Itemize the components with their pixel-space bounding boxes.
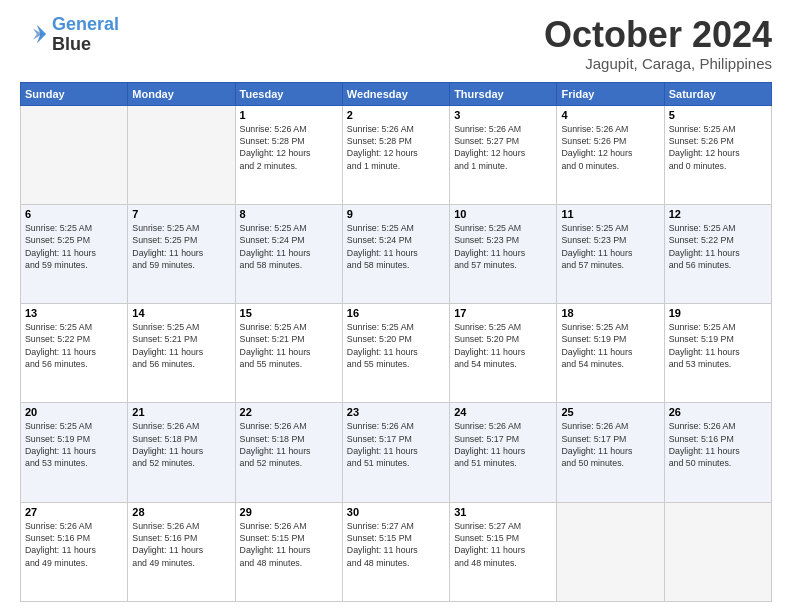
page: General Blue October 2024 Jagupit, Carag… bbox=[0, 0, 792, 612]
header-wednesday: Wednesday bbox=[342, 82, 449, 105]
table-row: 17Sunrise: 5:25 AM Sunset: 5:20 PM Dayli… bbox=[450, 304, 557, 403]
header-friday: Friday bbox=[557, 82, 664, 105]
day-number: 23 bbox=[347, 406, 445, 418]
day-info: Sunrise: 5:25 AM Sunset: 5:23 PM Dayligh… bbox=[454, 222, 552, 271]
day-info: Sunrise: 5:26 AM Sunset: 5:16 PM Dayligh… bbox=[132, 520, 230, 569]
day-info: Sunrise: 5:25 AM Sunset: 5:19 PM Dayligh… bbox=[669, 321, 767, 370]
day-number: 17 bbox=[454, 307, 552, 319]
table-row: 27Sunrise: 5:26 AM Sunset: 5:16 PM Dayli… bbox=[21, 502, 128, 601]
calendar-week-row: 27Sunrise: 5:26 AM Sunset: 5:16 PM Dayli… bbox=[21, 502, 772, 601]
day-number: 28 bbox=[132, 506, 230, 518]
day-info: Sunrise: 5:25 AM Sunset: 5:25 PM Dayligh… bbox=[132, 222, 230, 271]
table-row: 11Sunrise: 5:25 AM Sunset: 5:23 PM Dayli… bbox=[557, 204, 664, 303]
day-info: Sunrise: 5:25 AM Sunset: 5:25 PM Dayligh… bbox=[25, 222, 123, 271]
table-row: 3Sunrise: 5:26 AM Sunset: 5:27 PM Daylig… bbox=[450, 105, 557, 204]
table-row: 24Sunrise: 5:26 AM Sunset: 5:17 PM Dayli… bbox=[450, 403, 557, 502]
table-row: 22Sunrise: 5:26 AM Sunset: 5:18 PM Dayli… bbox=[235, 403, 342, 502]
table-row: 29Sunrise: 5:26 AM Sunset: 5:15 PM Dayli… bbox=[235, 502, 342, 601]
day-number: 3 bbox=[454, 109, 552, 121]
day-info: Sunrise: 5:25 AM Sunset: 5:26 PM Dayligh… bbox=[669, 123, 767, 172]
day-info: Sunrise: 5:26 AM Sunset: 5:16 PM Dayligh… bbox=[669, 420, 767, 469]
header-saturday: Saturday bbox=[664, 82, 771, 105]
day-number: 7 bbox=[132, 208, 230, 220]
day-info: Sunrise: 5:26 AM Sunset: 5:26 PM Dayligh… bbox=[561, 123, 659, 172]
table-row: 5Sunrise: 5:25 AM Sunset: 5:26 PM Daylig… bbox=[664, 105, 771, 204]
header-thursday: Thursday bbox=[450, 82, 557, 105]
day-number: 2 bbox=[347, 109, 445, 121]
day-info: Sunrise: 5:26 AM Sunset: 5:17 PM Dayligh… bbox=[454, 420, 552, 469]
table-row: 15Sunrise: 5:25 AM Sunset: 5:21 PM Dayli… bbox=[235, 304, 342, 403]
table-row: 9Sunrise: 5:25 AM Sunset: 5:24 PM Daylig… bbox=[342, 204, 449, 303]
header: General Blue October 2024 Jagupit, Carag… bbox=[20, 15, 772, 72]
day-info: Sunrise: 5:25 AM Sunset: 5:19 PM Dayligh… bbox=[561, 321, 659, 370]
table-row bbox=[128, 105, 235, 204]
table-row bbox=[664, 502, 771, 601]
day-info: Sunrise: 5:25 AM Sunset: 5:24 PM Dayligh… bbox=[240, 222, 338, 271]
table-row bbox=[21, 105, 128, 204]
day-number: 25 bbox=[561, 406, 659, 418]
day-number: 20 bbox=[25, 406, 123, 418]
table-row: 18Sunrise: 5:25 AM Sunset: 5:19 PM Dayli… bbox=[557, 304, 664, 403]
day-info: Sunrise: 5:26 AM Sunset: 5:27 PM Dayligh… bbox=[454, 123, 552, 172]
day-info: Sunrise: 5:25 AM Sunset: 5:21 PM Dayligh… bbox=[132, 321, 230, 370]
table-row: 20Sunrise: 5:25 AM Sunset: 5:19 PM Dayli… bbox=[21, 403, 128, 502]
day-info: Sunrise: 5:26 AM Sunset: 5:17 PM Dayligh… bbox=[561, 420, 659, 469]
day-number: 19 bbox=[669, 307, 767, 319]
day-info: Sunrise: 5:25 AM Sunset: 5:20 PM Dayligh… bbox=[347, 321, 445, 370]
table-row: 31Sunrise: 5:27 AM Sunset: 5:15 PM Dayli… bbox=[450, 502, 557, 601]
calendar-header-row: Sunday Monday Tuesday Wednesday Thursday… bbox=[21, 82, 772, 105]
day-number: 26 bbox=[669, 406, 767, 418]
calendar-table: Sunday Monday Tuesday Wednesday Thursday… bbox=[20, 82, 772, 602]
table-row: 28Sunrise: 5:26 AM Sunset: 5:16 PM Dayli… bbox=[128, 502, 235, 601]
day-info: Sunrise: 5:25 AM Sunset: 5:22 PM Dayligh… bbox=[669, 222, 767, 271]
day-number: 6 bbox=[25, 208, 123, 220]
calendar-week-row: 1Sunrise: 5:26 AM Sunset: 5:28 PM Daylig… bbox=[21, 105, 772, 204]
day-number: 9 bbox=[347, 208, 445, 220]
table-row: 4Sunrise: 5:26 AM Sunset: 5:26 PM Daylig… bbox=[557, 105, 664, 204]
table-row: 25Sunrise: 5:26 AM Sunset: 5:17 PM Dayli… bbox=[557, 403, 664, 502]
day-info: Sunrise: 5:26 AM Sunset: 5:28 PM Dayligh… bbox=[347, 123, 445, 172]
table-row: 30Sunrise: 5:27 AM Sunset: 5:15 PM Dayli… bbox=[342, 502, 449, 601]
day-info: Sunrise: 5:26 AM Sunset: 5:16 PM Dayligh… bbox=[25, 520, 123, 569]
calendar-week-row: 20Sunrise: 5:25 AM Sunset: 5:19 PM Dayli… bbox=[21, 403, 772, 502]
day-number: 30 bbox=[347, 506, 445, 518]
table-row: 19Sunrise: 5:25 AM Sunset: 5:19 PM Dayli… bbox=[664, 304, 771, 403]
day-number: 31 bbox=[454, 506, 552, 518]
table-row: 2Sunrise: 5:26 AM Sunset: 5:28 PM Daylig… bbox=[342, 105, 449, 204]
day-info: Sunrise: 5:26 AM Sunset: 5:15 PM Dayligh… bbox=[240, 520, 338, 569]
logo-icon bbox=[20, 21, 48, 49]
table-row: 16Sunrise: 5:25 AM Sunset: 5:20 PM Dayli… bbox=[342, 304, 449, 403]
header-sunday: Sunday bbox=[21, 82, 128, 105]
table-row bbox=[557, 502, 664, 601]
table-row: 23Sunrise: 5:26 AM Sunset: 5:17 PM Dayli… bbox=[342, 403, 449, 502]
day-number: 8 bbox=[240, 208, 338, 220]
logo-text: General Blue bbox=[52, 15, 119, 55]
day-info: Sunrise: 5:26 AM Sunset: 5:17 PM Dayligh… bbox=[347, 420, 445, 469]
day-number: 4 bbox=[561, 109, 659, 121]
day-number: 27 bbox=[25, 506, 123, 518]
calendar-week-row: 13Sunrise: 5:25 AM Sunset: 5:22 PM Dayli… bbox=[21, 304, 772, 403]
table-row: 1Sunrise: 5:26 AM Sunset: 5:28 PM Daylig… bbox=[235, 105, 342, 204]
day-info: Sunrise: 5:25 AM Sunset: 5:24 PM Dayligh… bbox=[347, 222, 445, 271]
day-number: 22 bbox=[240, 406, 338, 418]
table-row: 13Sunrise: 5:25 AM Sunset: 5:22 PM Dayli… bbox=[21, 304, 128, 403]
day-number: 18 bbox=[561, 307, 659, 319]
day-info: Sunrise: 5:25 AM Sunset: 5:23 PM Dayligh… bbox=[561, 222, 659, 271]
table-row: 8Sunrise: 5:25 AM Sunset: 5:24 PM Daylig… bbox=[235, 204, 342, 303]
day-number: 29 bbox=[240, 506, 338, 518]
day-info: Sunrise: 5:25 AM Sunset: 5:21 PM Dayligh… bbox=[240, 321, 338, 370]
day-number: 21 bbox=[132, 406, 230, 418]
day-number: 15 bbox=[240, 307, 338, 319]
day-info: Sunrise: 5:25 AM Sunset: 5:20 PM Dayligh… bbox=[454, 321, 552, 370]
day-info: Sunrise: 5:25 AM Sunset: 5:22 PM Dayligh… bbox=[25, 321, 123, 370]
day-info: Sunrise: 5:26 AM Sunset: 5:18 PM Dayligh… bbox=[132, 420, 230, 469]
day-info: Sunrise: 5:26 AM Sunset: 5:18 PM Dayligh… bbox=[240, 420, 338, 469]
table-row: 7Sunrise: 5:25 AM Sunset: 5:25 PM Daylig… bbox=[128, 204, 235, 303]
table-row: 10Sunrise: 5:25 AM Sunset: 5:23 PM Dayli… bbox=[450, 204, 557, 303]
day-number: 1 bbox=[240, 109, 338, 121]
day-number: 5 bbox=[669, 109, 767, 121]
table-row: 26Sunrise: 5:26 AM Sunset: 5:16 PM Dayli… bbox=[664, 403, 771, 502]
day-info: Sunrise: 5:27 AM Sunset: 5:15 PM Dayligh… bbox=[454, 520, 552, 569]
day-number: 24 bbox=[454, 406, 552, 418]
title-block: October 2024 Jagupit, Caraga, Philippine… bbox=[544, 15, 772, 72]
